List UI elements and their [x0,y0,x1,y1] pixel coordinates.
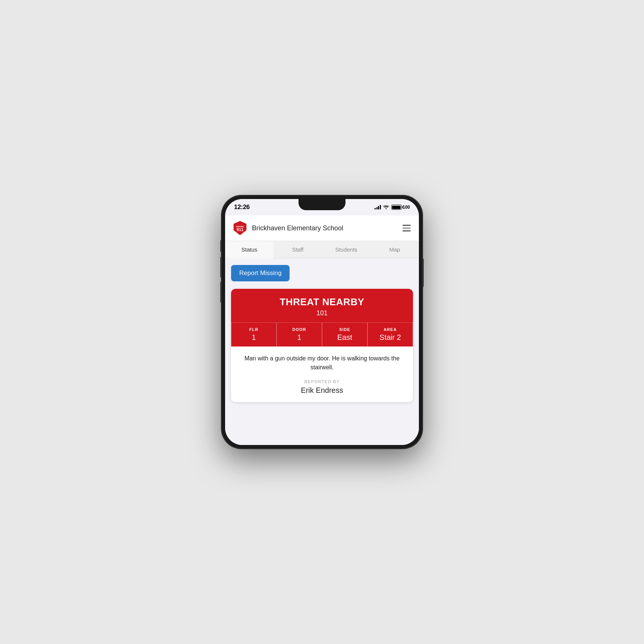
phone-screen: 12:26 [225,199,419,445]
threat-header: THREAT NEARBY 101 [231,289,413,322]
mute-button[interactable] [220,240,222,252]
volume-down-button[interactable] [220,282,222,303]
grid-cell-door: DOOR 1 [277,322,322,347]
threat-description-text: Man with a gun outside my door. He is wa… [238,354,406,372]
reported-by-label: REPORTED BY [238,379,406,384]
header-left: SHARE 911 Brickhaven Elementary School [232,220,343,236]
tab-staff[interactable]: Staff [274,241,322,258]
share911-logo: SHARE 911 [232,220,248,236]
tab-students[interactable]: Students [322,241,370,258]
status-time: 12:26 [234,203,250,211]
app-header: SHARE 911 Brickhaven Elementary School [225,215,419,241]
battery-percent: 100 [402,205,410,210]
tab-status[interactable]: Status [225,241,274,258]
power-button[interactable] [422,259,424,287]
tab-map[interactable]: Map [370,241,419,258]
grid-label-area: AREA [371,327,410,332]
grid-label-door: DOOR [280,327,319,332]
grid-label-side: SIDE [325,327,364,332]
threat-description: Man with a gun outside my door. He is wa… [231,347,413,402]
grid-cell-side: SIDE East [322,322,367,347]
threat-number: 101 [237,309,407,317]
grid-value-flr: 1 [234,333,273,342]
threat-title: THREAT NEARBY [237,296,407,308]
status-bar: 12:26 [225,199,419,215]
notch [299,199,345,210]
grid-value-area: Stair 2 [371,333,410,342]
grid-cell-area: AREA Stair 2 [367,322,413,347]
menu-button[interactable] [401,223,412,233]
volume-up-button[interactable] [220,257,222,278]
grid-label-flr: FLR [234,327,273,332]
content-area: Report Missing THREAT NEARBY 101 FLR 1 [225,258,419,445]
threat-grid: FLR 1 DOOR 1 SIDE East [231,322,413,347]
grid-value-side: East [325,333,364,342]
svg-text:911: 911 [237,227,243,232]
status-icons: 100 [375,205,410,210]
reported-by-name: Erik Endress [238,386,406,395]
tab-bar: Status Staff Students Map [225,241,419,258]
grid-cell-flr: FLR 1 [231,322,277,347]
wifi-icon [383,205,389,210]
signal-icon [375,205,381,209]
threat-card: THREAT NEARBY 101 FLR 1 DOOR 1 [231,289,413,402]
school-name: Brickhaven Elementary School [252,224,343,232]
report-missing-button[interactable]: Report Missing [231,265,290,281]
grid-value-door: 1 [280,333,319,342]
battery-icon: 100 [391,205,410,210]
phone-frame: 12:26 [221,195,423,449]
